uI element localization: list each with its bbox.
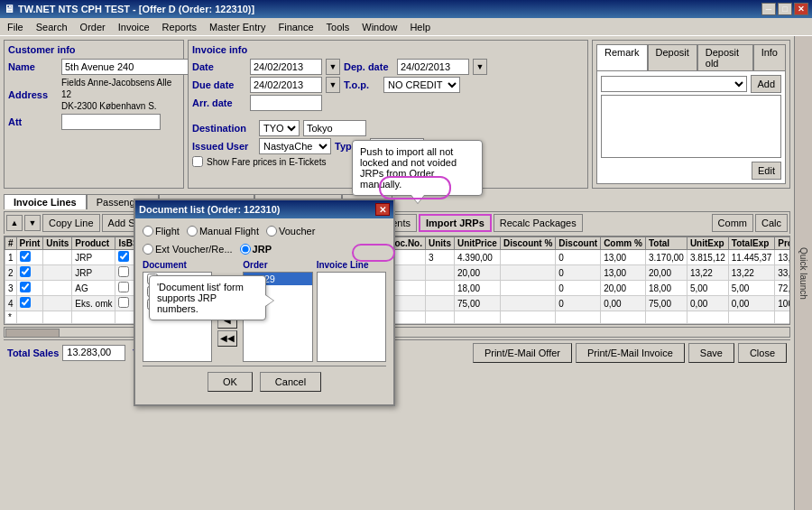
total-sales-value: 13.283,00: [62, 345, 125, 361]
print-check-1[interactable]: [20, 251, 31, 262]
isbsp-check-3[interactable]: [118, 282, 129, 292]
menu-invoice[interactable]: Invoice: [113, 21, 155, 33]
name-label: Name: [8, 61, 58, 72]
maximize-button[interactable]: □: [778, 3, 792, 15]
ok-button[interactable]: OK: [208, 372, 253, 392]
menu-order[interactable]: Order: [75, 21, 111, 33]
list-item-checkbox-11029[interactable]: 11029: [143, 273, 211, 285]
date-calendar-btn[interactable]: ▼: [326, 59, 340, 75]
radio-ext-voucher[interactable]: Ext Voucher/Re...: [143, 244, 233, 255]
print-check-4[interactable]: [20, 297, 31, 308]
table-row[interactable]: 1JRP240490Main Japan Rail Pass 21 Day, 1…: [5, 250, 791, 265]
modal-close-button[interactable]: ✕: [375, 203, 390, 216]
destination-select[interactable]: TYO: [259, 120, 300, 136]
import-jrps-button[interactable]: Import JRPs: [419, 214, 492, 232]
print-check-2[interactable]: [20, 266, 31, 277]
menu-file[interactable]: File: [2, 21, 29, 33]
top-select[interactable]: NO CREDIT: [383, 77, 460, 93]
comm-button[interactable]: Comm: [712, 214, 753, 232]
menu-tools[interactable]: Tools: [321, 21, 355, 33]
date-label: Date: [192, 61, 246, 72]
quick-launch[interactable]: Quick launch: [794, 36, 812, 510]
menu-reports[interactable]: Reports: [157, 21, 203, 33]
menu-help[interactable]: Help: [404, 21, 436, 33]
add-remark-button[interactable]: Add: [751, 75, 781, 93]
show-fare-checkbox[interactable]: [192, 156, 203, 167]
tab-remark[interactable]: Remark: [596, 44, 648, 70]
arrow-all-left[interactable]: ◀◀: [217, 330, 237, 347]
arrow-all-right[interactable]: ▶▶: [217, 276, 237, 292]
arr-date-input[interactable]: [250, 95, 322, 111]
tab-deposit-old[interactable]: Deposit old: [697, 44, 753, 70]
data-table-container[interactable]: # Print Units Product IsBSP Supplier Tex…: [4, 236, 790, 325]
list-item-checkbox-11030[interactable]: 11030: [143, 285, 211, 298]
order-listbox[interactable]: 11029: [243, 272, 312, 362]
modal-col-document: Document 11029 11030 21021: [143, 260, 212, 362]
radio-jrp[interactable]: JRP: [240, 244, 272, 255]
order-list-item-11029[interactable]: 11029: [244, 273, 311, 285]
destination-text[interactable]: [303, 120, 366, 136]
document-listbox[interactable]: 11029 11030 21021: [143, 272, 212, 362]
print-email-offer-button[interactable]: Print/E-Mail Offer: [473, 343, 572, 363]
issued-user-select[interactable]: NastyaChe: [259, 138, 331, 154]
due-date-calendar-btn[interactable]: ▼: [326, 77, 340, 93]
menu-search[interactable]: Search: [31, 21, 73, 33]
tab-info[interactable]: Info: [753, 44, 786, 70]
table-row[interactable]: 3AG18,00020,0018,005,005,0072,20: [5, 281, 791, 296]
isbsp-check-4[interactable]: [118, 297, 129, 308]
tab-invoice-lines[interactable]: Invoice Lines: [4, 194, 87, 209]
modal-columns: Document 11029 11030 21021: [143, 260, 386, 362]
table-row[interactable]: 4Eks. omk75,0000,0075,000,000,00100,00: [5, 296, 791, 311]
dep-date-calendar-btn[interactable]: ▼: [473, 59, 487, 75]
list-item-checkbox-21021[interactable]: 21021: [143, 298, 211, 311]
due-date-input[interactable]: [250, 77, 322, 93]
col-invoice-line-label: Invoice Line: [317, 260, 386, 270]
menu-finance[interactable]: Finance: [272, 21, 318, 33]
att-input[interactable]: [61, 114, 161, 130]
total-sales-field: Total Sales 13.283,00: [7, 345, 125, 361]
app-icon: 🖥: [4, 3, 14, 15]
tab-deposit[interactable]: Deposit: [648, 44, 697, 70]
remark-textarea[interactable]: [601, 95, 781, 158]
remark-tabs: Remark Deposit Deposit old Info: [596, 44, 786, 70]
dep-date-input[interactable]: [397, 59, 469, 75]
menu-master-entry[interactable]: Master Entry: [204, 21, 271, 33]
menu-window[interactable]: Window: [356, 21, 402, 33]
radio-voucher[interactable]: Voucher: [266, 226, 315, 236]
calc-button[interactable]: Calc: [755, 214, 788, 232]
copy-line-button[interactable]: Copy Line: [42, 214, 100, 232]
isbsp-check-1[interactable]: [118, 251, 129, 262]
edit-remark-button[interactable]: Edit: [752, 162, 781, 180]
isbsp-check-2[interactable]: [118, 266, 129, 277]
arrow-right[interactable]: ▶: [217, 294, 237, 311]
col-order-label: Order: [243, 260, 312, 270]
invoice-line-listbox[interactable]: [317, 272, 386, 362]
close-button-window[interactable]: ✕: [794, 3, 808, 15]
radio-flight[interactable]: Flight: [143, 226, 180, 236]
arrow-left[interactable]: ◀: [217, 312, 237, 329]
doc-check-11029[interactable]: [147, 274, 158, 284]
type-input[interactable]: [370, 138, 424, 154]
modal-title: Document list (Order: 122310): [139, 204, 281, 215]
doc-check-11030[interactable]: [147, 286, 158, 297]
nav-up-button[interactable]: ▲: [6, 215, 23, 231]
table-row-empty[interactable]: *: [5, 311, 791, 324]
date-input[interactable]: [250, 59, 322, 75]
print-email-invoice-button[interactable]: Print/E-Mail Invoice: [576, 343, 685, 363]
col-product: Product: [72, 237, 115, 250]
col-units: Units: [43, 237, 72, 250]
table-row[interactable]: 2JRP20,00013,0020,0013,2213,2233,90: [5, 265, 791, 281]
save-button[interactable]: Save: [688, 343, 734, 363]
print-check-3[interactable]: [20, 282, 31, 292]
doc-check-21021[interactable]: [147, 299, 158, 310]
minimize-button[interactable]: ─: [761, 3, 776, 15]
name-input[interactable]: [61, 59, 193, 75]
nav-down-button[interactable]: ▼: [24, 215, 41, 231]
cancel-button[interactable]: Cancel: [260, 372, 321, 392]
radio-manual-flight[interactable]: Manual Flight: [187, 226, 259, 236]
close-button[interactable]: Close: [738, 343, 787, 363]
horizontal-scrollbar[interactable]: [4, 327, 790, 338]
remark-dropdown[interactable]: [601, 76, 747, 92]
recalc-packages-button[interactable]: Recalc Packages: [494, 214, 583, 232]
col-document-label: Document: [143, 260, 212, 270]
